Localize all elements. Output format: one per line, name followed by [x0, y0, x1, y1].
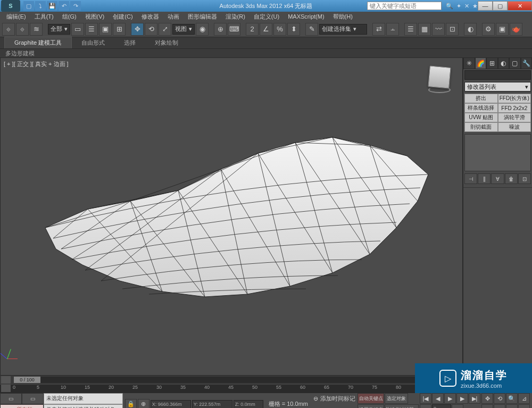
zoom-icon[interactable]: 🔍 — [506, 393, 518, 404]
setkey-button[interactable]: 设置关键点 — [358, 404, 384, 408]
select-by-name-icon[interactable]: ☰ — [85, 23, 98, 36]
coord-z-field[interactable]: Z: 0.0mm — [234, 400, 263, 409]
select-region-icon[interactable]: ▣ — [99, 23, 112, 36]
utilities-tab-icon[interactable]: 🔧 — [521, 57, 533, 69]
mod-turbosmooth-button[interactable]: 涡轮平滑 — [498, 113, 531, 122]
coord-x-field[interactable]: X: 9660.366m — [151, 400, 191, 409]
favorite-icon[interactable]: ★ — [472, 3, 478, 10]
key-mode-icon[interactable]: ⊸ — [420, 404, 431, 408]
keyfilter-button[interactable]: 关键点过滤器... — [385, 404, 419, 408]
new-icon[interactable]: ▢ — [23, 1, 34, 11]
schematic-view-icon[interactable]: ⊡ — [446, 23, 459, 36]
app-menu-button[interactable]: S — [1, 0, 20, 12]
align-icon[interactable]: ⫠ — [386, 23, 399, 36]
unlink-icon[interactable]: ⟐ — [16, 23, 29, 36]
mirror-icon[interactable]: ⇄ — [372, 23, 385, 36]
snap-percent-icon[interactable]: % — [273, 23, 286, 36]
absolute-transform-icon[interactable]: ⊕ — [138, 399, 149, 409]
layer-manager-icon[interactable]: ☰ — [404, 23, 417, 36]
snap-2d-icon[interactable]: 2 — [246, 23, 259, 36]
keyboard-shortcut-icon[interactable]: ⌨ — [228, 23, 240, 36]
search-icon[interactable]: 🔍 — [446, 3, 453, 10]
menu-modifiers[interactable]: 修改器 — [137, 13, 163, 21]
show-result-icon[interactable]: ‖ — [478, 173, 491, 184]
motion-tab-icon[interactable]: ◐ — [498, 57, 510, 69]
tab-selection[interactable]: 选择 — [114, 37, 145, 48]
goto-end-icon[interactable]: ▶| — [469, 393, 480, 404]
select-scale-icon[interactable]: ⤢ — [159, 23, 171, 36]
maximize-button[interactable]: ▢ — [493, 1, 508, 11]
pan-view-icon[interactable]: ✥ — [481, 393, 493, 404]
redo-icon[interactable]: ↷ — [70, 1, 81, 11]
menu-group[interactable]: 组(G) — [58, 13, 81, 21]
modifier-list-dropdown[interactable]: 修改器列表▾ — [464, 82, 531, 91]
minimize-button[interactable]: — — [478, 1, 493, 11]
trackbar-toggle-icon[interactable] — [1, 385, 11, 392]
hierarchy-tab-icon[interactable]: ⊞ — [486, 57, 498, 69]
viewport-label[interactable]: [ + ][ 正交 ][ 真实 + 边面 ] — [4, 60, 69, 68]
isolate-icon[interactable]: ⊖ — [313, 395, 318, 402]
mod-noise-button[interactable]: 噪波 — [498, 122, 531, 132]
coord-y-field[interactable]: Y: 222.557m — [192, 400, 232, 409]
viewport[interactable]: [ + ][ 正交 ][ 真实 + 边面 ] — [0, 57, 463, 376]
rendered-frame-icon[interactable]: ▣ — [496, 23, 509, 36]
render-production-icon[interactable]: 🫖 — [510, 23, 522, 36]
render-setup-icon[interactable]: ⚙ — [482, 23, 495, 36]
menu-create[interactable]: 创建(C) — [109, 13, 137, 21]
window-crossing-icon[interactable]: ⊞ — [113, 23, 126, 36]
select-rotate-icon[interactable]: ⟲ — [145, 23, 157, 36]
menu-maxscript[interactable]: MAXScript(M) — [284, 13, 328, 20]
material-editor-icon[interactable]: ◐ — [464, 23, 477, 36]
viewcube[interactable] — [425, 63, 454, 92]
mod-ffd-2x2x2-button[interactable]: FFD 2x2x2 — [498, 103, 531, 113]
play-icon[interactable]: ▶ — [444, 393, 456, 404]
add-time-tag-label[interactable]: 添加时间标记 — [320, 395, 355, 403]
select-manipulate-icon[interactable]: ⊕ — [214, 23, 227, 36]
curve-editor-icon[interactable]: 〰 — [432, 23, 445, 36]
time-config-icon[interactable] — [1, 376, 11, 384]
tab-freeform[interactable]: 自由形式 — [72, 37, 114, 48]
fov-icon[interactable]: ⊿ — [518, 393, 530, 404]
mod-uvw-map-button[interactable]: UVW 贴图 — [464, 113, 498, 122]
modifier-stack[interactable] — [464, 134, 531, 171]
select-object-icon[interactable]: ▭ — [71, 23, 84, 36]
pin-stack-icon[interactable]: ⊣ — [464, 173, 477, 184]
tab-object-paint[interactable]: 对象绘制 — [145, 37, 188, 48]
prev-frame-icon[interactable]: ◀ — [432, 393, 444, 404]
use-center-icon[interactable]: ◉ — [196, 23, 209, 36]
maxscript-listener-icon[interactable]: ▭ — [22, 393, 44, 404]
menu-graph-editors[interactable]: 图形编辑器 — [184, 13, 221, 21]
display-tab-icon[interactable]: ▢ — [509, 57, 521, 69]
help-search-input[interactable] — [367, 2, 442, 10]
remove-modifier-icon[interactable]: 🗑 — [505, 173, 518, 184]
mod-spline-select-button[interactable]: 样条线选择 — [464, 103, 498, 113]
selected-button[interactable]: 选定对象 — [385, 393, 408, 404]
mesh-object[interactable] — [24, 105, 439, 307]
tab-graphite[interactable]: Graphite 建模工具 — [4, 37, 72, 48]
spinner-snap-icon[interactable]: ⬍ — [287, 23, 300, 36]
menu-rendering[interactable]: 渲染(R) — [221, 13, 250, 21]
create-tab-icon[interactable]: ✳ — [463, 57, 475, 69]
snap-angle-icon[interactable]: ∠ — [260, 23, 272, 36]
menu-animation[interactable]: 动画 — [163, 13, 184, 21]
named-selection-dropdown[interactable]: 创建选择集▾ — [319, 24, 367, 35]
exchange-icon[interactable]: ✕ — [464, 3, 469, 10]
goto-start-icon[interactable]: |◀ — [420, 393, 431, 404]
menu-customize[interactable]: 自定义(U) — [250, 13, 284, 21]
menu-edit[interactable]: 编辑(E) — [2, 13, 30, 21]
close-button[interactable]: ✕ — [508, 1, 532, 11]
menu-views[interactable]: 视图(V) — [81, 13, 109, 21]
selection-filter-dropdown[interactable]: 全部▾ — [48, 24, 70, 35]
menu-tools[interactable]: 工具(T) — [30, 13, 58, 21]
track-selected-button[interactable]: ◄ 所在行: — [0, 404, 44, 409]
mod-slice-button[interactable]: 剖切截面 — [464, 122, 498, 132]
maxscript-mini-listener-icon[interactable]: ▭ — [0, 393, 22, 404]
mod-extrude-button[interactable]: 挤出 — [464, 94, 498, 103]
maximize-viewport-icon[interactable]: ▣ — [518, 404, 530, 408]
arc-rotate-icon[interactable]: ⟲ — [494, 393, 505, 404]
link-icon[interactable]: ⟐ — [2, 23, 15, 36]
zoom-extents-icon[interactable]: ⊡ — [481, 404, 493, 408]
graphite-icon[interactable]: ▦ — [418, 23, 431, 36]
subscription-icon[interactable]: ✦ — [456, 3, 461, 10]
mod-ffd-box-button[interactable]: FFD(长方体) — [498, 94, 531, 103]
